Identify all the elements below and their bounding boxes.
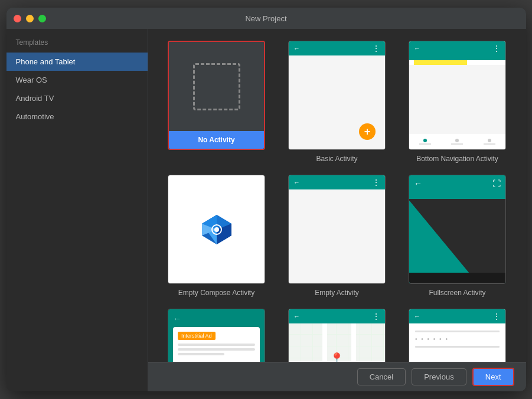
compose-logo-icon	[199, 212, 234, 247]
bottom-nav-status-bar: ← ⋮	[409, 41, 505, 55]
map-road-v2	[351, 323, 356, 362]
empty-activity-label: Empty Activity	[315, 289, 359, 297]
ad-line-2	[178, 348, 255, 351]
main-content: Templates Phone and Tablet Wear OS Andro…	[6, 29, 526, 391]
map-road-v1	[322, 323, 327, 362]
basic-body: +	[289, 55, 385, 149]
template-fullscreen[interactable]: ← ⛶ Fullscreen Activity	[403, 175, 512, 297]
fullscreen-icon-symbol: ⛶	[492, 179, 501, 188]
cancel-button[interactable]: Cancel	[357, 368, 406, 385]
compose-body	[168, 175, 265, 283]
more-icon-maps: ⋮	[372, 312, 380, 321]
template-login-activity[interactable]: ← ⋮ • • • • • • Login	[403, 309, 512, 362]
bottom-nav-bar	[409, 133, 505, 149]
fab-icon: +	[359, 123, 376, 140]
template-basic-activity[interactable]: ← ⋮ + Basic Activity	[283, 41, 391, 163]
template-no-activity[interactable]: No Activity	[162, 41, 271, 163]
template-preview-login: ← ⋮ • • • • • •	[409, 309, 506, 362]
sidebar-item-android-tv[interactable]: Android TV	[6, 89, 148, 107]
nav-dot-1	[423, 139, 427, 142]
diagonal-overlay	[409, 199, 505, 284]
maps-status-bar: ← ⋮	[289, 309, 385, 323]
maximize-button[interactable]	[38, 15, 46, 22]
template-preview-no-activity: No Activity	[168, 41, 265, 150]
ad-box: Interstitial Ad	[173, 327, 260, 362]
footer: Cancel Previous Next	[148, 362, 526, 391]
template-preview-fullscreen: ← ⛶	[409, 175, 506, 284]
ad-content-lines	[178, 344, 255, 362]
login-password-dots: • • • • • •	[415, 336, 500, 342]
no-activity-label-bar: No Activity	[169, 131, 264, 149]
ad-line-3	[178, 353, 224, 355]
empty-activity-body	[289, 189, 385, 283]
back-arrow-icon: ←	[293, 45, 300, 52]
previous-button[interactable]: Previous	[412, 368, 466, 385]
back-icon-ia: ←	[173, 314, 181, 323]
template-bottom-nav[interactable]: ← ⋮	[403, 41, 512, 163]
fullscreen-body: ← ⛶	[409, 175, 505, 283]
minimize-button[interactable]	[26, 15, 34, 22]
content-area: No Activity ← ⋮ +	[148, 29, 526, 391]
yellow-accent	[414, 60, 467, 65]
title-bar: New Project	[6, 8, 526, 29]
sidebar-item-automotive[interactable]: Automotive	[6, 107, 148, 126]
interstitial-top: ←	[173, 314, 260, 323]
basic-status-bar: ← ⋮	[289, 41, 385, 55]
back-icon-ea: ←	[293, 179, 300, 186]
ad-line-1	[178, 344, 255, 346]
templates-grid: No Activity ← ⋮ +	[148, 29, 526, 362]
back-icon: ←	[414, 45, 420, 52]
template-preview-bottom-nav: ← ⋮	[409, 41, 506, 150]
template-interstitial-ad[interactable]: ← Interstitial Ad	[162, 309, 271, 362]
template-google-maps[interactable]: ← ⋮ 📍	[283, 309, 391, 362]
template-preview-basic-activity: ← ⋮ +	[288, 41, 386, 150]
no-activity-placeholder	[193, 63, 240, 110]
sidebar-item-phone-tablet[interactable]: Phone and Tablet	[6, 53, 148, 71]
window-controls	[14, 15, 46, 22]
basic-activity-label: Basic Activity	[316, 155, 357, 163]
nav-line-2	[451, 143, 463, 145]
login-field-2	[415, 346, 500, 348]
login-status-bar: ← ⋮	[409, 309, 505, 323]
more-icon: ⋮	[372, 44, 380, 53]
sidebar: Templates Phone and Tablet Wear OS Andro…	[6, 29, 148, 391]
back-icon-maps: ←	[293, 313, 300, 320]
next-button[interactable]: Next	[472, 368, 514, 386]
main-window: New Project Templates Phone and Tablet W…	[6, 8, 526, 391]
fullscreen-label: Fullscreen Activity	[429, 289, 485, 297]
nav-item-2	[441, 133, 473, 149]
more-icon-bn: ⋮	[492, 44, 501, 53]
svg-point-7	[214, 227, 219, 232]
sidebar-item-wear-os[interactable]: Wear OS	[6, 71, 148, 89]
ad-label: Interstitial Ad	[178, 332, 216, 340]
nav-dot-2	[455, 139, 459, 142]
more-icon-ea: ⋮	[372, 178, 380, 187]
template-preview-interstitial-ad: ← Interstitial Ad	[168, 309, 265, 362]
template-preview-empty-activity: ← ⋮	[288, 175, 386, 284]
login-body: • • • • • •	[409, 323, 505, 362]
back-icon-login: ←	[414, 313, 420, 320]
nav-item-1	[409, 133, 441, 149]
bottom-nav-label: Bottom Navigation Activity	[416, 155, 498, 163]
interstitial-body: ← Interstitial Ad	[168, 309, 265, 362]
nav-line-1	[419, 143, 431, 145]
empty-compose-label: Empty Compose Activity	[178, 289, 254, 297]
map-body: 📍	[289, 323, 385, 362]
template-empty-compose[interactable]: Empty Compose Activity	[162, 175, 271, 297]
nav-dot-3	[488, 139, 491, 142]
back-icon-fs: ←	[414, 179, 422, 188]
phone-bottom-bar	[409, 273, 505, 283]
nav-line-3	[484, 143, 495, 145]
map-pin-icon: 📍	[329, 352, 344, 362]
close-button[interactable]	[14, 15, 21, 22]
empty-status-bar: ← ⋮	[289, 175, 385, 189]
more-icon-login: ⋮	[492, 312, 501, 321]
bottom-nav-content	[409, 65, 505, 133]
template-empty-activity[interactable]: ← ⋮ Empty Activity	[283, 175, 391, 297]
teal-app-bar	[409, 55, 505, 60]
window-title: New Project	[245, 14, 286, 23]
fullscreen-top-bar: ← ⛶	[409, 175, 505, 192]
template-preview-empty-compose	[168, 175, 265, 284]
login-field-1	[415, 331, 500, 332]
sidebar-section-label: Templates	[6, 38, 148, 53]
